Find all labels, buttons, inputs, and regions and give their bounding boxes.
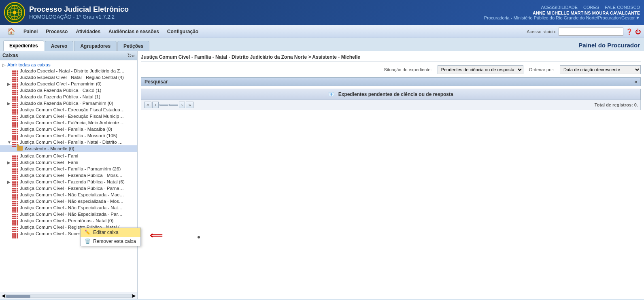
sidebar-scrollbar-thumb[interactable]: [6, 295, 30, 298]
page-prev-button[interactable]: ‹: [152, 102, 159, 108]
cores-link[interactable]: CORES: [583, 5, 599, 10]
fale-conosco-link[interactable]: FALE CONOSCO: [605, 5, 640, 10]
list-item[interactable]: Juizado da Fazenda Pública - Caicó (1): [0, 87, 137, 94]
filter-row: Situação do expediente: Pendentes de ciê…: [141, 65, 641, 74]
acesso-rapido-input[interactable]: [559, 28, 623, 36]
nav-processo[interactable]: Processo: [42, 25, 72, 38]
list-item[interactable]: Justiça Comum Cível - Não especializada …: [0, 198, 137, 204]
list-item[interactable]: Juizado Especial - Natal - Distrito Judi…: [0, 68, 137, 74]
list-item[interactable]: Justiça Comum Cível - Precatórias - Nata…: [0, 217, 137, 224]
tab-agrupadores[interactable]: Agrupadores: [74, 41, 117, 51]
situacao-label: Situação do expediente:: [384, 67, 432, 72]
logo: [4, 2, 25, 23]
situacao-select[interactable]: Pendentes de ciência ou de resposta: [438, 65, 523, 74]
main-content: Caixas ↻ « ▷ Abrir todas as caixas Juiza…: [0, 51, 644, 299]
page-num2-button[interactable]: [169, 104, 178, 106]
organization-name: Procuradoria - Ministério Público do Rio…: [484, 15, 640, 20]
list-item[interactable]: ▶ Juizado Especial Cível - Parnamirim (0…: [0, 81, 137, 87]
context-menu: ✏️ Editar caixa 🗑️ Remover esta caixa: [80, 228, 137, 246]
sidebar-horizontal-scrollbar[interactable]: [5, 294, 132, 298]
refresh-icon[interactable]: ↻: [127, 52, 132, 59]
envelope-icon: 📧: [328, 91, 334, 97]
help-icon[interactable]: ❓: [626, 28, 633, 35]
pagination-bar: « ‹ › » Total de registros: 0.: [141, 100, 641, 110]
list-item[interactable]: Justiça Comum Cível - Falência, Meio Amb…: [0, 119, 137, 126]
open-all-caixas[interactable]: ▷ Abrir todas as caixas: [0, 62, 137, 68]
navbar-right: Acesso rápido: ❓ ⏻: [527, 28, 641, 36]
sidebar: Caixas ↻ « ▷ Abrir todas as caixas Juiza…: [0, 51, 138, 299]
page-num1-button[interactable]: [159, 104, 168, 106]
tabs-area: Expedientes Acervo Agrupadores Petições …: [0, 38, 644, 51]
list-item[interactable]: Justiça Comum Cível - Não Especializada …: [0, 204, 137, 211]
header-right: ACESSIBILIDADE CORES FALE CONOSCO ANNE M…: [484, 5, 640, 20]
sidebar-scroll-right[interactable]: ▶: [132, 293, 136, 298]
breadcrumb: Justiça Comum Cível - Família - Natal - …: [141, 54, 641, 62]
table-header: 📧 Expedientes pendentes de ciência ou de…: [141, 89, 641, 100]
ordenar-select[interactable]: Data de criação decrescente: [560, 65, 641, 74]
app-subtitle: HOMOLOGAÇÃO - 1° Grau v1.7.2.2: [29, 14, 484, 20]
nav-audiencias[interactable]: Audiências e sessões: [104, 25, 163, 38]
search-label: Pesquisar: [145, 79, 168, 85]
ordenar-label: Ordenar por:: [529, 67, 554, 72]
panel-title: Painel do Procurador: [578, 42, 640, 49]
app-title: Processo Judicial Eletrônico: [29, 5, 484, 14]
list-item[interactable]: Juizado Especial Cível - Natal - Região …: [0, 74, 137, 81]
table-header-label: Expedientes pendentes de ciência ou de r…: [338, 91, 453, 97]
sidebar-footer: ◀ ▶: [0, 292, 137, 299]
list-item[interactable]: Justiça Comum Cível - Não Especializada …: [0, 191, 137, 198]
list-item[interactable]: ▶ Juizado da Fazenda Pública - Parnamiri…: [0, 100, 137, 106]
acessibilidade-link[interactable]: ACESSIBILIDADE: [541, 5, 578, 10]
page-next-button[interactable]: ›: [179, 102, 185, 108]
list-item[interactable]: Justiça Comum Cível - Execução Fiscal Es…: [0, 106, 137, 113]
user-name: ANNE MICHELLE MARTINS MOURA CAVALCANTE: [484, 11, 640, 15]
tab-peticoes[interactable]: Petições: [117, 41, 149, 51]
nav-configuracao[interactable]: Configuração: [163, 25, 202, 38]
list-item[interactable]: Justiça Comum Cível - Execução Fiscal Mu…: [0, 113, 137, 119]
page-last-button[interactable]: »: [186, 102, 193, 108]
list-item[interactable]: Justiça Comum Cível - Família - Parnamir…: [0, 166, 137, 172]
header: Processo Judicial Eletrônico HOMOLOGAÇÃO…: [0, 0, 644, 25]
right-panel: Justiça Comum Cível - Família - Natal - …: [138, 51, 644, 299]
navbar: 🏠 Painel Processo Atividades Audiências …: [0, 25, 644, 38]
tab-expedientes[interactable]: Expedientes: [3, 40, 44, 51]
header-links: ACESSIBILIDADE CORES FALE CONOSCO: [484, 5, 640, 10]
list-item[interactable]: Justiça Comum Cível - Família - Macaíba …: [0, 126, 137, 132]
ctx-editar-caixa[interactable]: ✏️ Editar caixa: [81, 228, 137, 237]
sidebar-collapse-icon[interactable]: «: [132, 53, 135, 59]
nav-atividades[interactable]: Atividades: [72, 25, 104, 38]
edit-icon: ✏️: [85, 230, 91, 235]
acesso-rapido-label: Acesso rápido:: [527, 29, 556, 34]
page-first-button[interactable]: «: [144, 102, 151, 108]
power-icon[interactable]: ⏻: [635, 28, 641, 35]
delete-icon: 🗑️: [85, 238, 91, 244]
nav-painel[interactable]: Painel: [19, 25, 42, 38]
search-expand-icon[interactable]: »: [634, 79, 637, 85]
search-bar: Pesquisar »: [141, 77, 641, 86]
sidebar-body: ▷ Abrir todas as caixas Juizado Especial…: [0, 60, 137, 292]
total-records: Total de registros: 0.: [595, 102, 638, 107]
sidebar-title: Caixas: [2, 53, 125, 58]
expander-all: ▷: [2, 63, 7, 67]
sidebar-scroll-left[interactable]: ◀: [2, 293, 5, 298]
nav-home[interactable]: 🏠: [3, 25, 19, 38]
list-item[interactable]: Justiça Comum Cível - Fami: [0, 153, 137, 159]
list-item[interactable]: ▶ Justiça Comum Cível - Fazenda Pública …: [0, 179, 137, 185]
list-item[interactable]: Juizado da Fazenda Pública - Natal (1): [0, 94, 137, 100]
list-item[interactable]: ▼ Justiça Comum Cível - Família - Natal …: [0, 139, 137, 145]
open-all-link[interactable]: Abrir todas as caixas: [7, 62, 51, 67]
tab-acervo[interactable]: Acervo: [45, 41, 74, 51]
assistente-michelle-item[interactable]: Assistente - Michelle (0): [0, 145, 137, 152]
list-item[interactable]: Justiça Comum Cível - Família - Mossoró …: [0, 132, 137, 139]
sidebar-header: Caixas ↻ «: [0, 51, 137, 60]
list-item[interactable]: Justiça Comum Cível - Fazenda Pública - …: [0, 185, 137, 191]
list-item[interactable]: Justiça Comum Cível - Fazenda Pública - …: [0, 172, 137, 179]
ctx-remover-caixa[interactable]: 🗑️ Remover esta caixa: [81, 237, 137, 246]
list-item[interactable]: ▶ Justiça Comum Cível - Fami: [0, 159, 137, 166]
header-titles: Processo Judicial Eletrônico HOMOLOGAÇÃO…: [29, 5, 484, 20]
list-item[interactable]: Justiça Comum Cível - Não Especializada …: [0, 211, 137, 217]
